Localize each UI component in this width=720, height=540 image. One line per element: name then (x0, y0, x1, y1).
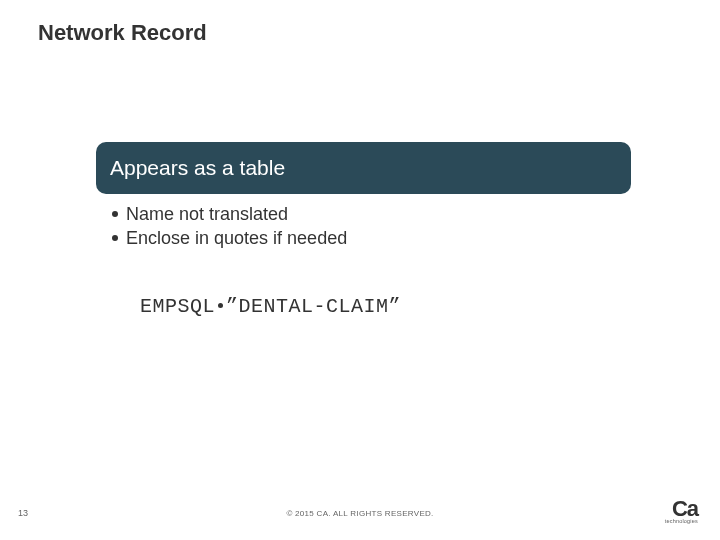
logo-main-text: Ca (665, 499, 698, 519)
code-example: EMPSQL”DENTAL-CLAIM” (140, 295, 401, 318)
logo-sub-text: technologies (665, 518, 698, 524)
copyright-text: © 2015 CA. ALL RIGHTS RESERVED. (0, 509, 720, 518)
bullet-dot-icon (112, 211, 118, 217)
dot-separator-icon (218, 303, 223, 308)
ca-logo: Ca technologies (665, 499, 698, 524)
bullets-block: Name not translated Enclose in quotes if… (112, 202, 347, 251)
code-part1: EMPSQL (140, 295, 215, 318)
bullet-item: Name not translated (112, 202, 347, 226)
slide-title: Network Record (38, 20, 207, 46)
header-bar: Appears as a table (96, 142, 631, 194)
bullet-text: Name not translated (126, 202, 288, 226)
bullet-text: Enclose in quotes if needed (126, 226, 347, 250)
bullet-item: Enclose in quotes if needed (112, 226, 347, 250)
bullet-dot-icon (112, 235, 118, 241)
header-text: Appears as a table (110, 156, 285, 180)
code-part2: ”DENTAL-CLAIM” (226, 295, 401, 318)
